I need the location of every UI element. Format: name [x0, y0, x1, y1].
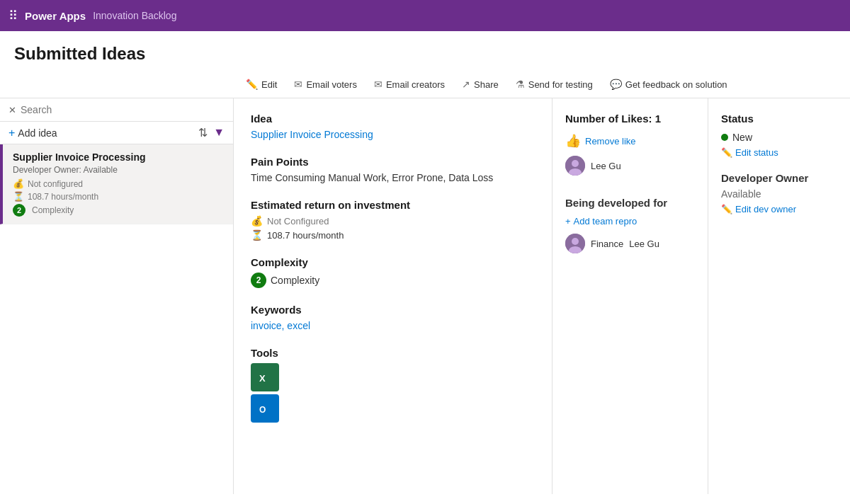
idea-title: Supplier Invoice Processing: [13, 151, 223, 163]
add-idea-button[interactable]: + Add idea: [8, 127, 57, 139]
app-name: Power Apps: [25, 10, 86, 22]
thumbs-up-icon: 👍: [565, 133, 581, 149]
edit-status-icon: ✏️: [721, 147, 732, 158]
keywords-section: Keywords invoice, excel: [251, 304, 535, 331]
complexity-badge: 2: [13, 204, 26, 217]
grid-icon[interactable]: ⠿: [8, 8, 18, 23]
likes-column: Number of Likes: 1 👍 Remove like Lee Gu …: [552, 98, 708, 494]
complexity-circle: 2: [251, 273, 266, 288]
add-idea-bar: + Add idea ⇅ ▼: [0, 122, 233, 144]
left-panel: ✕ + Add idea ⇅ ▼ Supplier Invoice Proces…: [0, 98, 234, 494]
team-name: Finance: [591, 239, 623, 249]
search-bar: ✕: [0, 98, 233, 122]
remove-like-button[interactable]: 👍 Remove like: [565, 133, 636, 149]
likes-user-row: Lee Gu: [565, 156, 695, 176]
being-developed-section: Being developed for + Add team repro Fin…: [565, 197, 695, 253]
team-row: Finance Lee Gu: [565, 234, 695, 253]
email-voters-icon: ✉: [294, 79, 302, 90]
email-creators-button[interactable]: ✉ Email creators: [366, 75, 453, 93]
idea-label: Idea: [251, 113, 535, 125]
money-detail-icon: 💰: [251, 215, 263, 227]
keywords-label: Keywords: [251, 304, 535, 316]
tools-label: Tools: [251, 347, 535, 359]
complexity-value-row: 2 Complexity: [251, 273, 535, 288]
add-team-plus-icon: +: [565, 216, 571, 227]
money-icon: 💰: [13, 178, 24, 189]
likes-user-name: Lee Gu: [591, 161, 621, 171]
email-voters-button[interactable]: ✉ Email voters: [285, 75, 366, 93]
complexity-section: Complexity 2 Complexity: [251, 256, 535, 288]
page-header: Submitted Ideas: [0, 31, 850, 71]
dev-owner-header: Developer Owner: [721, 172, 837, 184]
keywords-value: invoice, excel: [251, 320, 535, 331]
idea-subtitle: Developer Owner: Available: [13, 165, 223, 175]
svg-point-8: [572, 238, 579, 245]
top-nav: ⠿ Power Apps Innovation Backlog: [0, 0, 850, 31]
right-panel: Idea Supplier Invoice Processing Pain Po…: [234, 98, 850, 494]
likes-header: Number of Likes: 1: [565, 113, 695, 125]
clock-detail-icon: ⏳: [251, 229, 263, 241]
edit-dev-owner-button[interactable]: ✏️ Edit dev owner: [721, 204, 796, 214]
add-team-button[interactable]: + Add team repro: [565, 216, 637, 227]
svg-point-5: [572, 160, 579, 167]
clock-icon: ⏳: [13, 191, 24, 202]
toolbar: ✏️ Edit ✉ Email voters ✉ Email creators …: [0, 71, 850, 98]
pain-points-value: Time Consuming Manual Work, Error Prone,…: [251, 172, 535, 183]
pain-points-label: Pain Points: [251, 156, 535, 168]
team-avatar: [565, 234, 585, 253]
hours-detail: ⏳ 108.7 hours/month: [251, 229, 535, 241]
edit-status-button[interactable]: ✏️ Edit status: [721, 147, 778, 158]
roi-section: Estimated return on investment 💰 Not Con…: [251, 199, 535, 241]
main-layout: ✕ + Add idea ⇅ ▼ Supplier Invoice Proces…: [0, 98, 850, 494]
dev-owner-value: Available: [721, 188, 837, 200]
tools-container: X O: [251, 363, 535, 423]
pain-points-section: Pain Points Time Consuming Manual Work, …: [251, 156, 535, 183]
roi-label: Estimated return on investment: [251, 199, 535, 211]
page-title: Submitted Ideas: [14, 44, 836, 64]
get-feedback-button[interactable]: 💬 Get feedback on solution: [601, 75, 736, 93]
edit-dev-owner-icon: ✏️: [721, 204, 732, 214]
status-dot: [721, 134, 728, 141]
not-configured-row: 💰 Not configured: [13, 178, 223, 189]
share-button[interactable]: ↗ Share: [453, 75, 507, 93]
tools-section: Tools X O: [251, 347, 535, 423]
complexity-row: 2 Complexity: [13, 204, 223, 217]
idea-section: Idea Supplier Invoice Processing: [251, 113, 535, 140]
sort-filter: ⇅ ▼: [198, 126, 225, 139]
detail-main: Idea Supplier Invoice Processing Pain Po…: [234, 98, 552, 494]
excel-tool-icon: X: [251, 363, 279, 391]
plus-icon: +: [8, 127, 15, 139]
svg-text:X: X: [259, 373, 266, 384]
share-icon: ↗: [462, 79, 470, 90]
user-avatar: [565, 156, 585, 176]
idea-link[interactable]: Supplier Invoice Processing: [251, 129, 373, 140]
filter-icon[interactable]: ▼: [213, 126, 225, 139]
status-value: New: [721, 132, 837, 143]
idea-list-item[interactable]: Supplier Invoice Processing Developer Ow…: [0, 144, 233, 224]
outlook-tool-icon: O: [251, 394, 279, 423]
hours-row: ⏳ 108.7 hours/month: [13, 191, 223, 202]
feedback-icon: 💬: [610, 79, 622, 90]
status-column: Status New ✏️ Edit status Developer Owne…: [708, 98, 850, 494]
complexity-label: Complexity: [251, 256, 535, 268]
svg-text:O: O: [259, 405, 266, 415]
edit-button[interactable]: ✏️ Edit: [237, 75, 285, 93]
being-developed-header: Being developed for: [565, 197, 695, 209]
email-creators-icon: ✉: [374, 79, 382, 90]
app-subname: Innovation Backlog: [93, 10, 176, 21]
send-for-testing-button[interactable]: ⚗ Send for testing: [507, 75, 601, 93]
not-configured-detail: 💰 Not Configured: [251, 215, 535, 227]
status-header: Status: [721, 113, 837, 125]
sort-icon[interactable]: ⇅: [198, 126, 208, 139]
flask-icon: ⚗: [516, 79, 525, 90]
idea-meta: 💰 Not configured ⏳ 108.7 hours/month 2 C…: [13, 178, 223, 217]
team-user-name: Lee Gu: [629, 239, 659, 249]
search-input[interactable]: [21, 104, 225, 115]
edit-icon: ✏️: [246, 79, 258, 90]
search-close-icon[interactable]: ✕: [8, 105, 16, 115]
